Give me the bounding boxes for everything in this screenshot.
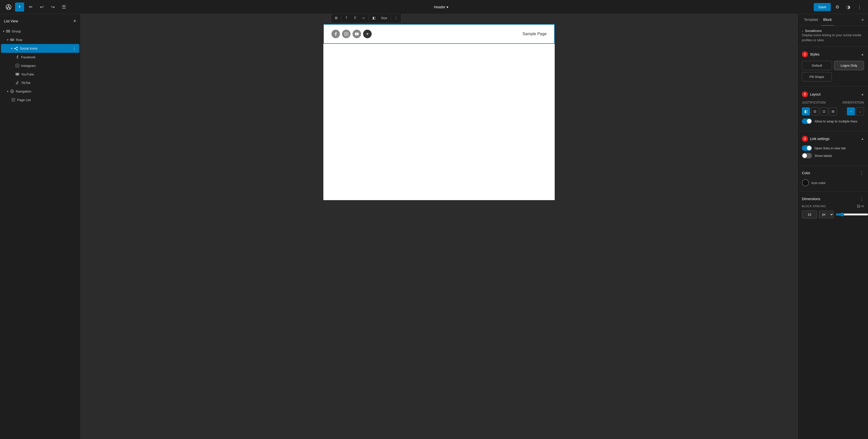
justify-center-button[interactable]: ⊟ [811, 107, 819, 116]
link-settings-content: Open links in new tab Show labels [798, 145, 868, 164]
block-spacing-label-row: BLOCK SPACING ⊟ ∞ [802, 203, 864, 209]
row-icon [10, 37, 14, 42]
styles-title: Styles [810, 52, 819, 56]
facebook-label: Facebook [21, 55, 76, 59]
add-social-button[interactable]: + [363, 30, 372, 38]
navigation-label: Navigation [16, 90, 76, 93]
spacing-value-input[interactable]: 15 [802, 211, 817, 219]
dimensions-header: Dimensions ⋮ [798, 193, 868, 203]
share-icon [14, 46, 18, 51]
sidebar-item-tiktok[interactable]: TikTok [1, 79, 79, 87]
share-block-button[interactable]: ⇡ [342, 14, 350, 22]
svg-point-8 [17, 49, 18, 50]
wrap-label: Allow to wrap to multiple lines [814, 119, 858, 123]
new-tab-label: Open links in new tab [814, 146, 846, 150]
new-tab-toggle-row: Open links in new tab [802, 145, 864, 151]
facebook-social-icon[interactable] [332, 30, 340, 38]
svg-rect-11 [16, 64, 19, 67]
tab-block[interactable]: Block [821, 14, 834, 26]
icon-color-swatch[interactable] [802, 179, 809, 186]
svg-line-9 [16, 48, 17, 48]
sidebar-item-row[interactable]: ▾ Row [1, 35, 79, 44]
back-icon[interactable]: ‹ [802, 29, 803, 33]
svg-rect-1 [6, 30, 8, 32]
settings-icon[interactable]: ⚙ [833, 2, 842, 11]
toolbar-divider [369, 15, 369, 21]
block-type-title: SocialIcons [805, 29, 822, 33]
list-view-button[interactable]: ☰ [59, 2, 68, 11]
justify-space-button[interactable]: ⊞ [829, 107, 837, 116]
drag-handle-button[interactable]: ⠿ [351, 14, 359, 22]
svg-point-6 [17, 47, 18, 48]
style-logos-only-button[interactable]: Logos Only [834, 61, 864, 70]
page-canvas: + Sample Page [323, 24, 555, 200]
youtube-social-icon[interactable] [352, 30, 361, 38]
instagram-social-icon[interactable] [342, 30, 350, 38]
tab-template[interactable]: Template [802, 14, 820, 26]
show-labels-toggle[interactable] [802, 153, 812, 158]
layout-labels-row: Justification Orientation [802, 101, 864, 104]
orient-vertical-button[interactable]: ↓ [856, 107, 864, 116]
sample-page-text: Sample Page [523, 32, 547, 36]
tiktok-icon [15, 81, 20, 85]
icon-color-label: Icon color [811, 181, 826, 185]
wrap-toggle[interactable] [802, 118, 812, 124]
wordpress-logo[interactable] [4, 2, 13, 11]
color-content: Icon color [798, 179, 868, 190]
chevron-down-icon: ▾ [11, 47, 12, 50]
toolbar-center: Header ▾ [434, 5, 448, 9]
more-options-button[interactable]: ⋮ [392, 14, 400, 22]
canvas-area[interactable]: ⊞ ⇡ ⠿ ‹› ◧ Size ⋮ [81, 14, 798, 439]
spacing-input-row: 15 px em rem % [802, 211, 864, 219]
layout-section-header[interactable]: 2 Layout ▲ [798, 88, 868, 101]
justify-right-button[interactable]: ⊡ [820, 107, 828, 116]
styles-content: Default Logos Only Pill Shape [798, 61, 868, 86]
top-toolbar: + ✏ ↩ ↪ ☰ Header ▾ Save ⚙ ◑ ⋮ [0, 0, 868, 14]
justify-left-button[interactable]: ◧ [802, 107, 810, 116]
tiktok-label: TikTok [21, 81, 76, 85]
redo-button[interactable]: ↪ [48, 2, 57, 11]
new-tab-toggle[interactable] [802, 145, 812, 151]
spacing-icons: ⊟ ∞ [857, 203, 864, 209]
chevron-down-icon: ▾ [7, 90, 8, 93]
color-section-header[interactable]: Color ⋮ [798, 167, 868, 179]
dimensions-title: Dimensions [802, 197, 820, 201]
sidebar-item-social-icons[interactable]: ▾ Social Icons ⋮ [1, 44, 79, 53]
spacing-link-button[interactable]: ⊟ [857, 203, 860, 209]
more-options-icon[interactable]: ⋮ [855, 2, 864, 11]
sidebar-close-button[interactable]: × [73, 18, 76, 24]
sidebar-item-navigation[interactable]: ▾ Navigation [1, 87, 79, 96]
block-type-description: Display icons linking to your social med… [798, 33, 868, 45]
edit-button[interactable]: ✏ [26, 2, 35, 11]
left-sidebar: List View × ▾ Group ▾ Ro [0, 14, 81, 439]
spacing-unlink-button[interactable]: ∞ [861, 204, 864, 209]
sidebar-item-page-list[interactable]: Page List [1, 96, 79, 104]
spacing-unit-select[interactable]: px em rem % [819, 211, 834, 218]
orient-horizontal-button[interactable]: → [847, 107, 855, 116]
sidebar-item-group[interactable]: ▾ Group [1, 27, 79, 35]
undo-button[interactable]: ↩ [37, 2, 46, 11]
save-button[interactable]: Save [814, 3, 831, 11]
spacing-slider[interactable] [836, 213, 868, 217]
dimensions-more-button[interactable]: ⋮ [860, 196, 864, 202]
color-more-button[interactable]: ⋮ [860, 170, 864, 176]
align-left-button[interactable]: ◧ [370, 14, 378, 22]
align-block-button[interactable]: ⊞ [332, 14, 340, 22]
add-block-button[interactable]: + [15, 2, 24, 11]
sidebar-item-youtube[interactable]: YouTube [1, 70, 79, 79]
style-pill-shape-button[interactable]: Pill Shape [802, 72, 832, 82]
link-settings-section-header[interactable]: 3 Link settings ▲ [798, 132, 868, 145]
theme-toggle-icon[interactable]: ◑ [844, 2, 853, 11]
styles-section-header[interactable]: 1 Styles ▲ [798, 48, 868, 61]
style-default-button[interactable]: Default [802, 61, 832, 70]
canvas-wrapper: ⊞ ⇡ ⠿ ‹› ◧ Size ⋮ [323, 24, 555, 200]
size-button[interactable]: Size [378, 14, 390, 22]
more-icon[interactable]: ⋮ [72, 46, 76, 51]
header-dropdown[interactable]: Header ▾ [434, 5, 448, 9]
icon-color-row: Icon color [802, 179, 864, 186]
sidebar-close-button[interactable]: × [861, 17, 864, 23]
sidebar-item-facebook[interactable]: Facebook [1, 53, 79, 61]
sidebar-item-instagram[interactable]: Instagram [1, 61, 79, 70]
navigation-icon [10, 89, 14, 94]
nav-arrows-button[interactable]: ‹› [360, 14, 368, 22]
